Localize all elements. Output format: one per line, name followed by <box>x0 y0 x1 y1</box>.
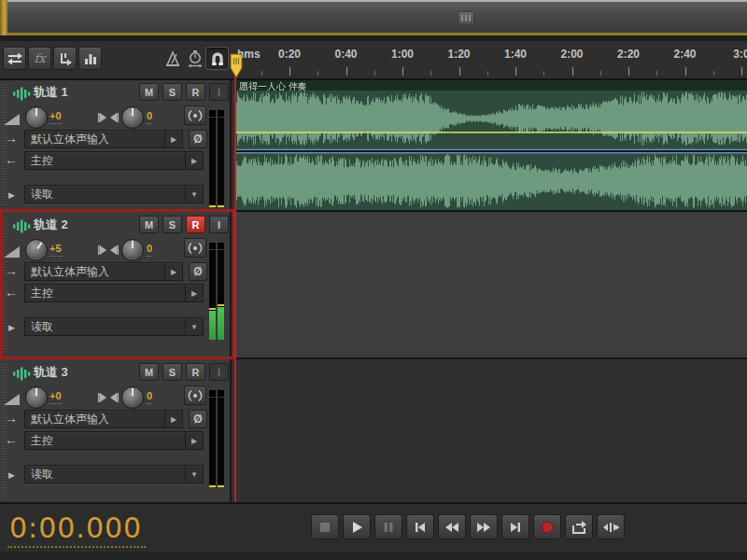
metronome-icon <box>164 50 181 67</box>
output-select-value: 主控 <box>25 432 185 449</box>
rewind-button[interactable] <box>438 514 466 539</box>
record-button[interactable] <box>533 514 561 539</box>
solo-button[interactable]: S <box>162 216 182 233</box>
solo-button[interactable]: S <box>162 83 182 101</box>
loop-playback-button[interactable] <box>565 514 593 539</box>
track-header-1: 轨道 1 M S R I +0 0 → 默认立体声输入 ▶ Ø ← <box>0 78 232 211</box>
phase-invert-button[interactable]: Ø <box>189 410 207 428</box>
monitor-input-button[interactable] <box>184 238 206 258</box>
mute-button[interactable]: M <box>139 363 159 381</box>
phase-invert-button[interactable]: Ø <box>189 130 207 148</box>
output-select-value: 主控 <box>25 285 185 301</box>
divider <box>0 78 747 80</box>
solo-button[interactable]: S <box>162 363 182 381</box>
volume-value[interactable]: +5 <box>49 243 62 257</box>
razor-tool-button[interactable] <box>53 47 77 70</box>
level-meter <box>209 390 224 487</box>
play-button[interactable] <box>343 514 371 539</box>
playhead-marker[interactable] <box>229 53 244 79</box>
pan-knob[interactable] <box>121 239 144 261</box>
track-3-lane[interactable] <box>232 358 747 502</box>
skip-selection-button[interactable] <box>597 514 625 539</box>
timer-icon <box>187 49 204 68</box>
fx-tool-button[interactable]: fx <box>28 47 51 70</box>
time-display[interactable]: 0:00.000 <box>7 511 146 548</box>
track-grip-handle[interactable] <box>1 364 7 497</box>
tick-label: 2:00 <box>560 48 583 61</box>
track-name[interactable]: 轨道 1 <box>34 84 68 101</box>
monitor-input-button[interactable] <box>184 105 206 125</box>
pan-value[interactable]: 0 <box>147 243 152 257</box>
chevron-right-icon[interactable]: ▶ <box>185 285 203 301</box>
automation-play-icon: ▶ <box>8 189 15 202</box>
input-arrow-icon: → <box>5 412 18 425</box>
mute-button[interactable]: M <box>139 216 159 233</box>
automation-play-icon: ▶ <box>8 469 15 482</box>
automation-mode-select[interactable]: 读取 ▼ <box>24 465 204 483</box>
monitor-input-button[interactable] <box>184 385 206 405</box>
skip-selection-icon <box>601 521 620 534</box>
chevron-right-icon[interactable]: ▶ <box>185 152 203 169</box>
pan-value[interactable]: 0 <box>147 390 152 404</box>
mute-button[interactable]: M <box>139 83 159 101</box>
chevron-down-icon[interactable]: ▼ <box>185 186 203 203</box>
skip-to-end-button[interactable] <box>501 514 529 539</box>
skip-to-start-button[interactable] <box>406 514 434 539</box>
input-select[interactable]: 默认立体声输入 ▶ <box>24 262 183 281</box>
pan-value[interactable]: 0 <box>147 110 152 124</box>
fast-forward-icon <box>476 521 491 534</box>
volume-value[interactable]: +0 <box>49 390 62 404</box>
output-select[interactable]: 主控 ▶ <box>24 431 204 450</box>
track-name[interactable]: 轨道 3 <box>34 364 68 381</box>
pan-knob[interactable] <box>121 386 144 409</box>
track-2-lane[interactable] <box>232 211 747 358</box>
chevron-down-icon[interactable]: ▼ <box>185 466 203 483</box>
phase-invert-button[interactable]: Ø <box>189 262 207 281</box>
editor-toolbar: fx <box>0 41 232 78</box>
chevron-right-icon[interactable]: ▶ <box>164 131 182 147</box>
audio-clip[interactable]: 愿得一人心 伴奏 <box>235 80 747 210</box>
chevron-right-icon[interactable]: ▶ <box>164 411 182 427</box>
volume-knob[interactable] <box>25 386 48 409</box>
metronome-button[interactable] <box>161 47 184 70</box>
stop-button[interactable] <box>311 514 339 539</box>
panel-title-bar[interactable] <box>0 0 747 35</box>
record-icon <box>540 520 555 535</box>
input-select[interactable]: 默认立体声输入 ▶ <box>24 410 183 428</box>
automation-mode-value: 读取 <box>25 186 185 203</box>
input-monitor-button[interactable]: I <box>209 216 229 233</box>
timecode-button[interactable] <box>183 47 206 70</box>
snap-button[interactable] <box>205 47 229 70</box>
volume-ramp-icon <box>3 245 21 259</box>
output-select[interactable]: 主控 ▶ <box>24 151 204 170</box>
fast-forward-button[interactable] <box>470 514 498 539</box>
automation-mode-value: 读取 <box>25 466 185 483</box>
automation-mode-select[interactable]: 读取 ▼ <box>24 317 204 336</box>
input-select[interactable]: 默认立体声输入 ▶ <box>24 130 183 148</box>
move-tool-button[interactable] <box>3 47 26 70</box>
panel-grip-icon[interactable] <box>458 11 474 25</box>
chevron-right-icon[interactable]: ▶ <box>164 263 182 280</box>
input-select-value: 默认立体声输入 <box>25 131 164 147</box>
pan-knob[interactable] <box>121 106 144 129</box>
slip-tool-button[interactable] <box>78 47 102 70</box>
automation-mode-select[interactable]: 读取 ▼ <box>24 185 204 203</box>
timeline-ruler[interactable]: hms 0:200:401:001:201:402:002:202:403:0 <box>232 41 747 78</box>
pause-button[interactable] <box>374 514 402 539</box>
record-arm-button[interactable]: R <box>186 363 205 381</box>
input-monitor-button[interactable]: I <box>209 363 229 381</box>
chevron-right-icon[interactable]: ▶ <box>185 432 203 449</box>
track-name[interactable]: 轨道 2 <box>34 217 68 233</box>
chevron-down-icon[interactable]: ▼ <box>185 318 203 335</box>
skip-end-icon <box>509 521 522 534</box>
output-select[interactable]: 主控 ▶ <box>24 284 204 302</box>
volume-knob[interactable] <box>25 239 48 261</box>
audio-track-icon <box>12 219 31 233</box>
divider <box>230 78 232 502</box>
volume-value[interactable]: +0 <box>49 110 62 124</box>
record-arm-button[interactable]: R <box>186 216 205 233</box>
tick-label: 2:20 <box>617 48 640 61</box>
record-arm-button[interactable]: R <box>186 83 205 101</box>
volume-knob[interactable] <box>25 106 48 129</box>
input-monitor-button[interactable]: I <box>209 83 229 101</box>
